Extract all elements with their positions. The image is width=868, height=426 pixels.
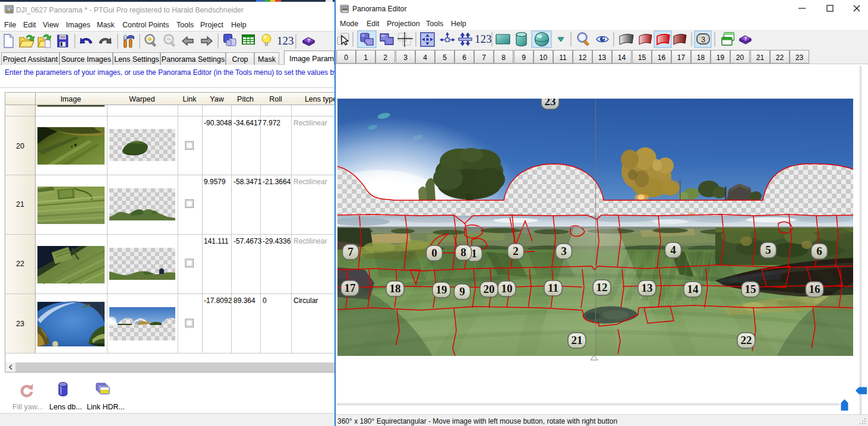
svg-text:Pitch: Pitch: [237, 95, 254, 103]
svg-text:?: ?: [744, 36, 747, 42]
svg-text:0: 0: [431, 247, 437, 259]
svg-text:-58.3471: -58.3471: [233, 178, 262, 186]
svg-text:123: 123: [475, 33, 492, 45]
svg-text:Rectilinear: Rectilinear: [293, 178, 327, 186]
svg-text:Roll: Roll: [269, 95, 282, 103]
svg-text:Rectilinear: Rectilinear: [293, 237, 327, 245]
svg-text:2: 2: [513, 245, 519, 257]
svg-text:3: 3: [701, 35, 705, 44]
svg-text:Circular: Circular: [293, 296, 318, 305]
svg-text:Yaw: Yaw: [210, 95, 224, 103]
svg-text:20: 20: [16, 142, 24, 150]
svg-text:1: 1: [471, 247, 477, 260]
svg-text:15: 15: [745, 283, 756, 295]
svg-text:14: 14: [687, 283, 699, 295]
svg-text:3: 3: [561, 245, 567, 257]
svg-text:Lens type: Lens type: [305, 95, 334, 103]
svg-text:17: 17: [345, 282, 356, 294]
svg-text:Rectilinear: Rectilinear: [293, 119, 327, 127]
svg-text:0: 0: [263, 296, 267, 305]
svg-text:19: 19: [436, 283, 447, 296]
svg-text:Image: Image: [61, 95, 81, 103]
svg-text:-29.4336: -29.4336: [263, 237, 291, 245]
svg-text:9.9579: 9.9579: [204, 178, 226, 186]
svg-text:141.111: 141.111: [204, 237, 229, 245]
svg-text:-34.6417: -34.6417: [233, 119, 262, 127]
svg-text:Warped: Warped: [129, 95, 154, 103]
svg-text:6: 6: [816, 245, 822, 257]
svg-text:7.972: 7.972: [263, 119, 280, 127]
svg-text:-57.4673: -57.4673: [233, 237, 262, 245]
svg-text:21: 21: [16, 200, 24, 209]
svg-text:23: 23: [545, 99, 556, 108]
svg-text:13: 13: [642, 282, 653, 294]
svg-text:23: 23: [16, 320, 24, 328]
svg-text:10: 10: [501, 282, 513, 295]
svg-text:-17.8092: -17.8092: [204, 296, 232, 305]
svg-text:123: 123: [277, 34, 294, 47]
svg-text:-21.3664: -21.3664: [263, 178, 291, 186]
svg-text:9: 9: [459, 285, 465, 298]
svg-text:Link: Link: [183, 95, 197, 103]
svg-text:5: 5: [765, 244, 771, 256]
svg-text:8: 8: [460, 246, 466, 258]
svg-text:-90.3048: -90.3048: [204, 119, 232, 127]
svg-text:20: 20: [484, 283, 495, 295]
svg-text:89.364: 89.364: [233, 296, 255, 305]
svg-text:?: ?: [307, 37, 311, 43]
svg-text:12: 12: [596, 281, 608, 294]
svg-text:4: 4: [670, 244, 676, 256]
svg-text:11: 11: [548, 282, 558, 294]
svg-text:16: 16: [809, 283, 820, 295]
svg-text:22: 22: [16, 260, 24, 268]
svg-text:21: 21: [572, 334, 583, 346]
svg-text:22: 22: [741, 334, 752, 346]
svg-text:18: 18: [390, 282, 401, 295]
svg-text:7: 7: [348, 245, 353, 258]
